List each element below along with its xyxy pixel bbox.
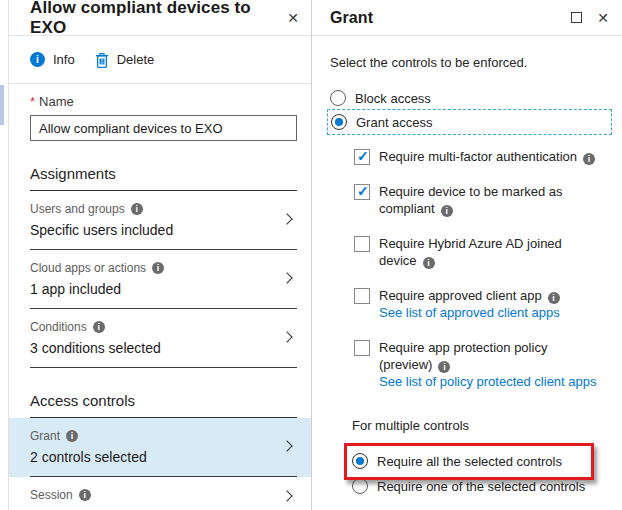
info-icon: i [423,257,435,269]
grant-blade-header: Grant ✕ [312,0,622,36]
radio-grant-access[interactable]: Grant access [331,113,608,131]
radio-icon[interactable] [330,90,346,106]
item-label: Grant [30,429,60,443]
policy-blade: Allow compliant devices to EXO ✕ i Info … [8,0,311,510]
info-icon: i [30,52,45,67]
checkbox-label: Require approved client appi [379,287,560,304]
close-icon[interactable]: ✕ [287,11,299,25]
policy-blade-body: *Name Assignments Users and groups i Spe… [9,94,311,510]
grant-blade: Grant ✕ Select the controls to be enforc… [311,0,622,510]
list-item-cloud-apps[interactable]: Cloud apps or actions i 1 app included [30,250,297,309]
item-value: 3 conditions selected [30,340,297,356]
checkbox-row-mfa[interactable]: Require multi-factor authenticationi [354,148,612,165]
delete-button[interactable]: Delete [95,52,155,68]
policy-blade-header: Allow compliant devices to EXO ✕ [9,0,311,36]
page-gutter [0,0,8,510]
item-label: Session [30,488,73,502]
checkbox-label: Require multi-factor authenticationi [379,148,595,165]
info-icon: i [79,489,91,501]
radio-require-one-control[interactable]: Require one of the selected controls [352,477,612,495]
section-title-access-controls: Access controls [30,392,297,418]
grant-blade-title: Grant [330,9,373,27]
grant-access-focus-box: Grant access [327,109,612,135]
checkbox-row-compliant-device[interactable]: Require device to be marked as compliant… [354,183,612,217]
checkbox-icon[interactable] [354,184,370,200]
name-input[interactable] [30,115,297,141]
section-title-assignments: Assignments [30,165,297,191]
controls-checkbox-group: Require multi-factor authenticationi Req… [354,148,612,390]
grant-blade-body: Select the controls to be enforced. Bloc… [312,55,622,495]
item-value: 1 app included [30,281,297,297]
list-item-users-and-groups[interactable]: Users and groups i Specific users includ… [30,191,297,250]
info-icon: i [93,321,105,333]
checkbox-row-app-protection-policy[interactable]: Require app protection policy (preview)i… [354,339,612,390]
info-icon: i [131,203,143,215]
checkbox-icon[interactable] [354,236,370,252]
multiple-controls-section: For multiple controls Require all the se… [352,418,612,495]
list-item-grant[interactable]: Grant i 2 controls selected [9,418,311,477]
checkbox-label: Require device to be marked as compliant… [379,183,584,217]
name-field-label: *Name [30,94,297,109]
grant-description: Select the controls to be enforced. [330,55,612,70]
command-bar: i Info Delete [9,36,311,84]
radio-icon[interactable] [331,114,347,130]
checkbox-label: Require Hybrid Azure AD joined devicei [379,235,584,269]
info-icon: i [548,292,560,304]
item-value: 2 controls selected [30,449,297,465]
item-label: Conditions [30,320,87,334]
info-icon: i [152,262,164,274]
info-button[interactable]: i Info [30,52,75,67]
multiple-controls-label: For multiple controls [352,418,612,433]
delete-button-label: Delete [117,52,155,67]
checkbox-label: Require app protection policy (preview)i [379,339,584,373]
info-icon: i [438,361,450,373]
trash-icon [95,52,109,68]
info-icon: i [66,430,78,442]
maximize-icon[interactable] [571,12,582,23]
radio-icon[interactable] [352,453,368,469]
list-item-conditions[interactable]: Conditions i 3 conditions selected [30,309,297,368]
radio-require-all-controls[interactable]: Require all the selected controls [352,452,612,470]
scrollbar-thumb[interactable] [0,85,4,125]
item-value: Specific users included [30,222,297,238]
info-icon: i [441,205,453,217]
policy-blade-title: Allow compliant devices to EXO [30,0,287,38]
approved-client-apps-link[interactable]: See list of approved client apps [379,304,560,321]
checkbox-icon[interactable] [354,340,370,356]
list-item-session[interactable]: Session i [30,477,297,510]
required-marker: * [30,94,35,109]
policy-protected-apps-link[interactable]: See list of policy protected client apps [379,373,597,390]
info-button-label: Info [53,52,75,67]
checkbox-row-hybrid-joined[interactable]: Require Hybrid Azure AD joined devicei [354,235,612,269]
item-label: Cloud apps or actions [30,261,146,275]
item-label: Users and groups [30,202,125,216]
checkbox-icon[interactable] [354,288,370,304]
checkbox-row-approved-client-app[interactable]: Require approved client appi See list of… [354,287,612,321]
checkbox-icon[interactable] [354,149,370,165]
info-icon: i [583,153,595,165]
radio-icon[interactable] [352,478,368,494]
radio-block-access[interactable]: Block access [330,89,612,107]
close-icon[interactable]: ✕ [597,11,609,25]
